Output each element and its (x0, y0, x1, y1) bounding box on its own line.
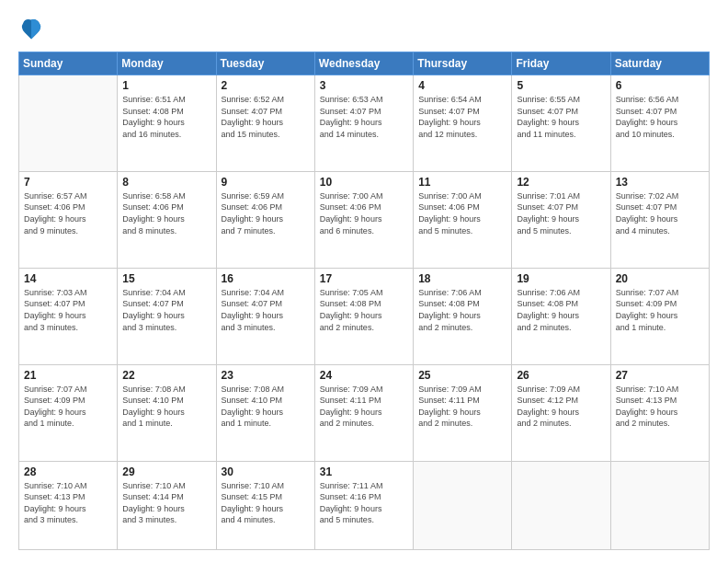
page: SundayMondayTuesdayWednesdayThursdayFrid… (0, 0, 728, 563)
calendar-cell: 31Sunrise: 7:11 AM Sunset: 4:16 PM Dayli… (314, 461, 413, 549)
calendar-cell: 17Sunrise: 7:05 AM Sunset: 4:08 PM Dayli… (314, 268, 413, 364)
weekday-header-thursday: Thursday (414, 52, 512, 75)
day-info: Sunrise: 7:09 AM Sunset: 4:11 PM Dayligh… (418, 384, 506, 430)
weekday-header-sunday: Sunday (19, 52, 118, 75)
calendar-cell: 12Sunrise: 7:01 AM Sunset: 4:07 PM Dayli… (512, 171, 610, 268)
day-number: 22 (122, 369, 210, 382)
calendar-cell: 6Sunrise: 6:56 AM Sunset: 4:07 PM Daylig… (610, 75, 709, 172)
day-number: 6 (616, 79, 704, 92)
day-info: Sunrise: 7:01 AM Sunset: 4:07 PM Dayligh… (517, 190, 605, 236)
day-number: 10 (320, 176, 408, 189)
calendar-cell: 15Sunrise: 7:04 AM Sunset: 4:07 PM Dayli… (118, 268, 216, 364)
day-info: Sunrise: 6:57 AM Sunset: 4:06 PM Dayligh… (24, 190, 112, 236)
day-info: Sunrise: 7:10 AM Sunset: 4:15 PM Dayligh… (222, 480, 310, 526)
day-info: Sunrise: 7:00 AM Sunset: 4:06 PM Dayligh… (320, 190, 408, 236)
calendar-cell: 14Sunrise: 7:03 AM Sunset: 4:07 PM Dayli… (19, 268, 118, 364)
day-number: 18 (418, 272, 506, 285)
day-number: 12 (517, 176, 605, 189)
day-info: Sunrise: 6:55 AM Sunset: 4:07 PM Dayligh… (517, 94, 605, 140)
calendar-cell: 20Sunrise: 7:07 AM Sunset: 4:09 PM Dayli… (610, 268, 709, 364)
day-number: 17 (320, 272, 408, 285)
day-info: Sunrise: 7:02 AM Sunset: 4:07 PM Dayligh… (616, 190, 704, 236)
calendar-cell: 16Sunrise: 7:04 AM Sunset: 4:07 PM Dayli… (216, 268, 314, 364)
calendar-cell: 3Sunrise: 6:53 AM Sunset: 4:07 PM Daylig… (314, 75, 413, 172)
calendar-cell: 9Sunrise: 6:59 AM Sunset: 4:06 PM Daylig… (216, 171, 314, 268)
day-info: Sunrise: 7:00 AM Sunset: 4:06 PM Dayligh… (418, 190, 506, 236)
week-row-3: 14Sunrise: 7:03 AM Sunset: 4:07 PM Dayli… (19, 268, 710, 364)
day-number: 3 (320, 79, 408, 92)
week-row-2: 7Sunrise: 6:57 AM Sunset: 4:06 PM Daylig… (19, 171, 710, 268)
calendar-cell: 13Sunrise: 7:02 AM Sunset: 4:07 PM Dayli… (610, 171, 709, 268)
calendar-cell: 25Sunrise: 7:09 AM Sunset: 4:11 PM Dayli… (414, 364, 512, 461)
calendar-cell (610, 461, 709, 549)
day-info: Sunrise: 7:10 AM Sunset: 4:13 PM Dayligh… (24, 480, 112, 526)
calendar-cell: 4Sunrise: 6:54 AM Sunset: 4:07 PM Daylig… (414, 75, 512, 172)
week-row-5: 28Sunrise: 7:10 AM Sunset: 4:13 PM Dayli… (19, 461, 710, 549)
day-number: 28 (24, 465, 112, 478)
week-row-4: 21Sunrise: 7:07 AM Sunset: 4:09 PM Dayli… (19, 364, 710, 461)
calendar-cell: 8Sunrise: 6:58 AM Sunset: 4:06 PM Daylig… (118, 171, 216, 268)
calendar-cell: 19Sunrise: 7:06 AM Sunset: 4:08 PM Dayli… (512, 268, 610, 364)
weekday-header-row: SundayMondayTuesdayWednesdayThursdayFrid… (19, 52, 710, 75)
calendar-cell: 28Sunrise: 7:10 AM Sunset: 4:13 PM Dayli… (19, 461, 118, 549)
day-info: Sunrise: 6:59 AM Sunset: 4:06 PM Dayligh… (222, 190, 310, 236)
day-number: 23 (222, 369, 310, 382)
day-info: Sunrise: 7:04 AM Sunset: 4:07 PM Dayligh… (122, 287, 210, 333)
calendar-cell: 5Sunrise: 6:55 AM Sunset: 4:07 PM Daylig… (512, 75, 610, 172)
calendar-cell: 24Sunrise: 7:09 AM Sunset: 4:11 PM Dayli… (314, 364, 413, 461)
day-info: Sunrise: 7:05 AM Sunset: 4:08 PM Dayligh… (320, 287, 408, 333)
calendar-cell (414, 461, 512, 549)
day-number: 15 (122, 272, 210, 285)
day-number: 13 (616, 176, 704, 189)
day-info: Sunrise: 6:58 AM Sunset: 4:06 PM Dayligh… (122, 190, 210, 236)
calendar-cell: 27Sunrise: 7:10 AM Sunset: 4:13 PM Dayli… (610, 364, 709, 461)
day-number: 11 (418, 176, 506, 189)
day-info: Sunrise: 7:04 AM Sunset: 4:07 PM Dayligh… (222, 287, 310, 333)
day-info: Sunrise: 7:10 AM Sunset: 4:14 PM Dayligh… (122, 480, 210, 526)
day-info: Sunrise: 6:51 AM Sunset: 4:08 PM Dayligh… (122, 94, 210, 140)
calendar-cell: 30Sunrise: 7:10 AM Sunset: 4:15 PM Dayli… (216, 461, 314, 549)
day-number: 5 (517, 79, 605, 92)
day-number: 20 (616, 272, 704, 285)
day-number: 21 (24, 369, 112, 382)
calendar-cell (512, 461, 610, 549)
day-info: Sunrise: 7:07 AM Sunset: 4:09 PM Dayligh… (24, 384, 112, 430)
day-number: 19 (517, 272, 605, 285)
weekday-header-friday: Friday (512, 52, 610, 75)
day-info: Sunrise: 7:11 AM Sunset: 4:16 PM Dayligh… (320, 480, 408, 526)
weekday-header-monday: Monday (118, 52, 216, 75)
day-number: 24 (320, 369, 408, 382)
calendar-table: SundayMondayTuesdayWednesdayThursdayFrid… (18, 52, 710, 550)
day-info: Sunrise: 7:07 AM Sunset: 4:09 PM Dayligh… (616, 287, 704, 333)
day-info: Sunrise: 6:56 AM Sunset: 4:07 PM Dayligh… (616, 94, 704, 140)
calendar-cell: 11Sunrise: 7:00 AM Sunset: 4:06 PM Dayli… (414, 171, 512, 268)
day-number: 2 (222, 79, 310, 92)
logo-icon (18, 17, 44, 42)
day-info: Sunrise: 7:10 AM Sunset: 4:13 PM Dayligh… (616, 384, 704, 430)
day-info: Sunrise: 7:08 AM Sunset: 4:10 PM Dayligh… (122, 384, 210, 430)
day-number: 7 (24, 176, 112, 189)
day-number: 31 (320, 465, 408, 478)
day-number: 9 (222, 176, 310, 189)
calendar-cell: 29Sunrise: 7:10 AM Sunset: 4:14 PM Dayli… (118, 461, 216, 549)
weekday-header-saturday: Saturday (610, 52, 709, 75)
day-number: 14 (24, 272, 112, 285)
weekday-header-tuesday: Tuesday (216, 52, 314, 75)
day-info: Sunrise: 7:08 AM Sunset: 4:10 PM Dayligh… (222, 384, 310, 430)
day-number: 30 (222, 465, 310, 478)
calendar-cell: 22Sunrise: 7:08 AM Sunset: 4:10 PM Dayli… (118, 364, 216, 461)
day-number: 27 (616, 369, 704, 382)
day-info: Sunrise: 7:06 AM Sunset: 4:08 PM Dayligh… (418, 287, 506, 333)
day-info: Sunrise: 6:52 AM Sunset: 4:07 PM Dayligh… (222, 94, 310, 140)
day-info: Sunrise: 6:53 AM Sunset: 4:07 PM Dayligh… (320, 94, 408, 140)
calendar-cell: 23Sunrise: 7:08 AM Sunset: 4:10 PM Dayli… (216, 364, 314, 461)
day-number: 29 (122, 465, 210, 478)
calendar-cell: 26Sunrise: 7:09 AM Sunset: 4:12 PM Dayli… (512, 364, 610, 461)
calendar-cell: 21Sunrise: 7:07 AM Sunset: 4:09 PM Dayli… (19, 364, 118, 461)
day-number: 8 (122, 176, 210, 189)
day-info: Sunrise: 7:09 AM Sunset: 4:11 PM Dayligh… (320, 384, 408, 430)
week-row-1: 1Sunrise: 6:51 AM Sunset: 4:08 PM Daylig… (19, 75, 710, 172)
calendar-cell: 7Sunrise: 6:57 AM Sunset: 4:06 PM Daylig… (19, 171, 118, 268)
calendar-cell: 10Sunrise: 7:00 AM Sunset: 4:06 PM Dayli… (314, 171, 413, 268)
day-number: 1 (122, 79, 210, 92)
